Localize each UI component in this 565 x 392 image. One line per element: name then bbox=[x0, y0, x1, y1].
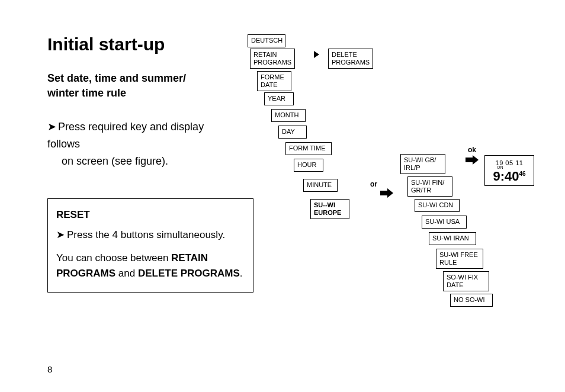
flow-box-deutsch: DEUTSCH bbox=[248, 34, 285, 47]
flow-box-opt-cdn: SU-WI CDN bbox=[415, 199, 460, 212]
flow-box-opt-fin: SU-WI FIN/ GR/TR bbox=[407, 176, 452, 197]
flow-box-month: MONTH bbox=[271, 109, 306, 122]
flow-box-forme-date: FORME DATE bbox=[257, 71, 291, 91]
time-display-seconds: 46 bbox=[519, 171, 525, 177]
time-display-box: 19 05 11 ON 9:4046 bbox=[484, 155, 534, 186]
flow-diagram: DEUTSCH RETAIN PROGRAMS DELETE PROGRAMS … bbox=[0, 0, 565, 392]
flow-box-opt-no: NO SO-WI bbox=[450, 294, 493, 307]
label-ok: ok bbox=[468, 146, 476, 154]
flow-box-opt-usa: SU-WI USA bbox=[422, 216, 467, 229]
flow-box-form-time: FORM TIME bbox=[285, 142, 332, 155]
time-display-time: 9:4046 bbox=[489, 170, 530, 183]
flow-box-opt-free: SU-WI FREE RULE bbox=[436, 249, 483, 269]
arrow-right-icon bbox=[314, 51, 319, 58]
label-or: or bbox=[370, 180, 377, 188]
flow-box-day: DAY bbox=[278, 126, 307, 139]
flow-box-year: YEAR bbox=[264, 92, 294, 105]
flow-box-opt-iran: SU-WI IRAN bbox=[429, 232, 476, 245]
flow-box-opt-fix: SO-WI FIX DATE bbox=[443, 271, 489, 291]
flow-box-su-wi-europe: SU--WI EUROPE bbox=[310, 199, 349, 219]
flow-box-minute: MINUTE bbox=[303, 179, 338, 192]
time-display-main: 9:40 bbox=[493, 169, 519, 184]
flow-box-retain-programs: RETAIN PROGRAMS bbox=[250, 49, 295, 69]
flow-box-opt-gb: SU-WI GB/ IRL/P bbox=[400, 154, 445, 174]
flow-box-hour: HOUR bbox=[294, 159, 323, 172]
flow-box-delete-programs: DELETE PROGRAMS bbox=[328, 49, 373, 69]
